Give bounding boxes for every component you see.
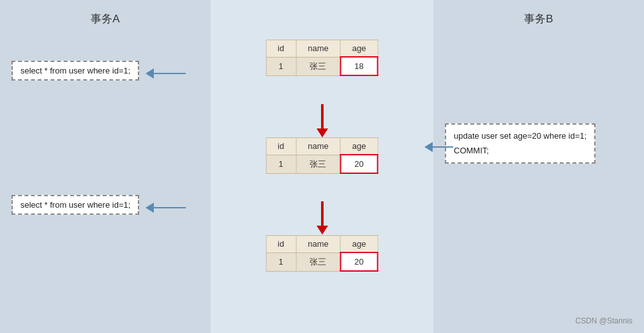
panel-center: id name age 1 张三 18 id <box>211 0 433 333</box>
sql-box-b1-line2: COMMIT; <box>454 143 587 158</box>
sql-box-b1-line1: update user set age=20 where id=1; <box>454 128 587 143</box>
arrow-left-head-2 <box>146 203 154 213</box>
arrow-shaft-2 <box>321 201 324 226</box>
table3-header-id: id <box>266 236 296 253</box>
table2-row-name: 张三 <box>296 155 341 173</box>
table2-row-age: 20 <box>340 155 378 173</box>
table1-row-id: 1 <box>266 57 296 75</box>
arrow-down-1 <box>317 104 328 137</box>
table2-header-id: id <box>266 138 296 155</box>
arrow-left-head-1 <box>146 68 154 79</box>
arrow-head-1 <box>317 128 328 137</box>
table2-row-id: 1 <box>266 155 296 173</box>
table1-header-name: name <box>296 40 341 58</box>
arrow-left-1 <box>146 68 186 79</box>
table1-header-age: age <box>340 40 378 58</box>
watermark: CSDN @Stannis <box>575 316 633 325</box>
table3-header-age: age <box>340 236 378 253</box>
table-2: id name age 1 张三 20 <box>266 137 378 174</box>
table3-row-age: 20 <box>340 252 378 271</box>
main-container: 事务A select * from user where id=1; selec… <box>0 0 644 333</box>
sql-box-a1: select * from user where id=1; <box>11 61 139 81</box>
table2-header-name: name <box>296 138 341 155</box>
arrow-left-head-b1 <box>424 142 433 152</box>
table1-header-id: id <box>266 40 296 58</box>
table3-header-name: name <box>296 236 341 253</box>
table1-row-age: 18 <box>340 57 378 75</box>
arrow-left-shaft-1 <box>154 73 186 74</box>
table-3: id name age 1 张三 20 <box>266 235 378 272</box>
panel-a-title: 事务A <box>91 12 119 26</box>
table2-header-age: age <box>340 138 378 155</box>
arrow-left-shaft-2 <box>154 207 186 208</box>
panel-b: 事务B update user set age=20 where id=1; C… <box>433 0 644 333</box>
panel-a: 事务A select * from user where id=1; selec… <box>0 0 211 333</box>
sql-box-b1: update user set age=20 where id=1; COMMI… <box>445 123 595 164</box>
arrow-shaft-1 <box>321 104 324 128</box>
table3-row-id: 1 <box>266 252 296 271</box>
arrow-down-2 <box>317 201 328 235</box>
sql-box-a2: select * from user where id=1; <box>11 195 139 215</box>
table3-row-name: 张三 <box>296 252 341 271</box>
arrow-left-b1 <box>424 142 453 152</box>
arrow-left-2 <box>146 203 186 213</box>
panel-b-title: 事务B <box>524 12 553 26</box>
arrow-head-2 <box>317 226 328 235</box>
arrow-left-shaft-b1 <box>433 146 453 148</box>
table-1: id name age 1 张三 18 <box>266 40 378 76</box>
table1-row-name: 张三 <box>296 57 341 75</box>
